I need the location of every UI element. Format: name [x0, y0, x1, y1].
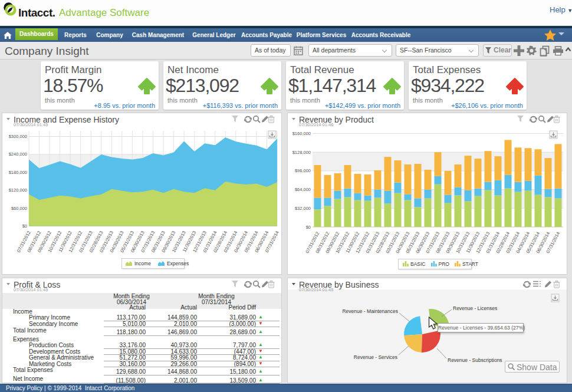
svg-text:$128,000: $128,000	[292, 150, 311, 155]
svg-text:Revenue - Maintenances: Revenue - Maintenances	[342, 308, 398, 314]
svg-text:Revenue - Subscriptions: Revenue - Subscriptions	[448, 357, 502, 363]
svg-text:$160,000: $160,000	[292, 131, 311, 136]
svg-text:$300,000: $300,000	[9, 134, 27, 139]
svg-text:Revenue - Services: Revenue - Services	[354, 354, 397, 360]
svg-text:$32,000: $32,000	[295, 206, 311, 211]
svg-text:$64,000: $64,000	[295, 187, 311, 192]
svg-text:$0: $0	[306, 225, 311, 230]
svg-text:$180,000: $180,000	[9, 170, 27, 175]
svg-text:$60,000: $60,000	[11, 206, 27, 211]
svg-text:$120,000: $120,000	[9, 187, 27, 193]
svg-text:$240,000: $240,000	[9, 151, 27, 157]
svg-text:$0: $0	[22, 223, 27, 229]
svg-text:Revenue - Licenses: Revenue - Licenses	[453, 305, 497, 311]
svg-text:$96,000: $96,000	[295, 168, 311, 173]
